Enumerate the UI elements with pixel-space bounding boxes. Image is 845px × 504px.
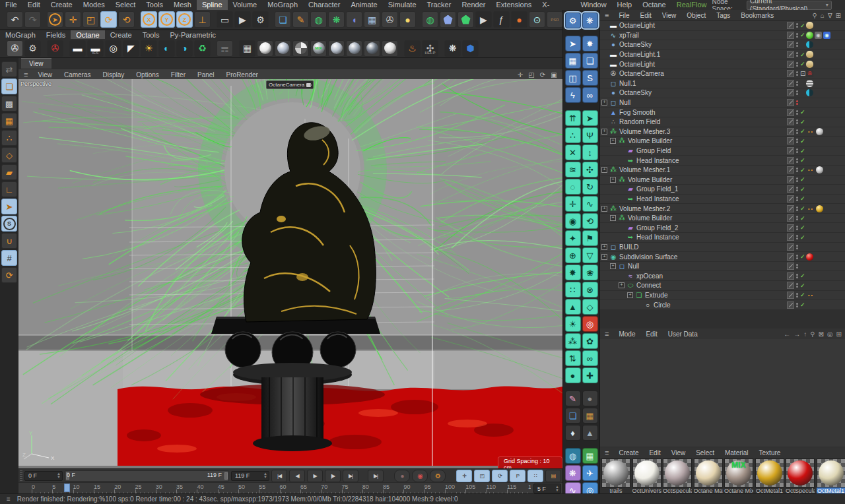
enabled-check-icon[interactable]: ✓ xyxy=(800,195,805,202)
object-row[interactable]: ▬OctaneLight.1✓ xyxy=(600,50,845,60)
attribute-manager-tool-icon[interactable]: ⊞ xyxy=(836,331,842,338)
xp-action-peak-icon[interactable]: ▲ xyxy=(565,299,581,315)
enabled-check-icon[interactable]: ✓ xyxy=(800,215,805,222)
enabled-check-icon[interactable]: ✓ xyxy=(800,253,805,260)
autokeying-button[interactable]: ◉ xyxy=(412,470,428,482)
viewport-menu-cameras[interactable]: Cameras xyxy=(58,70,97,80)
expand-toggle-icon[interactable]: + xyxy=(601,244,607,250)
object-row[interactable]: +⁂Volume Mesher.2✓• • xyxy=(600,204,845,214)
octane-helper-icon[interactable]: ✣HELP xyxy=(422,40,438,57)
key-pla-toggle[interactable]: ∷ xyxy=(527,470,543,482)
object-manager-tool-icon[interactable]: ∇ xyxy=(828,12,832,19)
menu-item-edit[interactable]: Edit xyxy=(22,0,46,10)
visibility-dots[interactable] xyxy=(796,293,798,298)
material-item[interactable]: OctSpecula xyxy=(663,458,692,495)
lock-workplane-icon[interactable]: # xyxy=(1,250,17,266)
xp-dynamics-icon[interactable]: ϟ xyxy=(565,87,581,103)
tag-matgrey[interactable] xyxy=(816,128,823,135)
deformer-icon[interactable]: ◖ xyxy=(346,11,362,28)
xp-system-icon[interactable]: ⚙ xyxy=(565,13,581,28)
object-manager-menu-icon[interactable]: ≡ xyxy=(600,11,613,19)
play-button[interactable]: ▶ xyxy=(307,470,323,482)
visibility-dots[interactable] xyxy=(796,158,798,163)
octane-blackbody-material-icon[interactable] xyxy=(382,40,398,57)
xp-action-grid2-icon[interactable]: ∷ xyxy=(565,282,581,298)
render-picture-viewer-icon[interactable]: ▶ xyxy=(234,11,251,28)
expand-toggle-icon[interactable]: + xyxy=(601,167,607,173)
object-row[interactable]: +⁂Volume Builder✓ xyxy=(600,214,845,224)
xp-action-spawn-icon[interactable]: ∴ xyxy=(565,127,581,143)
material-manager-menu-texture[interactable]: Texture xyxy=(754,448,786,458)
tag-odots[interactable]: • • xyxy=(806,166,815,173)
object-row[interactable]: +⁂Volume Builder✓ xyxy=(600,137,845,146)
rf-disc-icon[interactable]: ◍ xyxy=(565,448,581,464)
menu-item-x-particles[interactable]: X-Particles xyxy=(537,0,575,10)
key-scale-toggle[interactable]: ◰ xyxy=(474,470,490,482)
xp-action-bloom-icon[interactable]: ❀ xyxy=(582,265,598,280)
drag-handle[interactable] xyxy=(20,470,22,481)
tag-camred[interactable]: ✇ xyxy=(806,70,813,77)
material-manager-menu-material[interactable]: Material xyxy=(720,448,754,458)
object-row[interactable]: ▬OctaneLight✓ xyxy=(600,21,845,31)
menu-item-simulate[interactable]: Simulate xyxy=(383,0,422,10)
enabled-check-icon[interactable]: ✓ xyxy=(800,61,805,67)
edit-toggle[interactable] xyxy=(787,282,794,289)
quantize-icon[interactable]: S xyxy=(1,216,17,232)
edit-toggle[interactable] xyxy=(787,224,794,232)
enabled-check-icon[interactable]: ✓ xyxy=(800,292,805,298)
tag-matgold[interactable] xyxy=(816,205,823,212)
octane-ocwik-icon[interactable]: ⬢ xyxy=(462,40,479,57)
keying-settings-button[interactable]: ⚙ xyxy=(430,470,446,482)
tag-xpblue[interactable]: ◉ xyxy=(823,32,830,39)
menu-item-spline[interactable]: Spline xyxy=(197,0,228,10)
visibility-dots[interactable] xyxy=(796,33,798,38)
xp-action-funnel-icon[interactable]: ▽ xyxy=(582,247,598,263)
workplane-rotate-icon[interactable]: ⟳ xyxy=(1,267,17,283)
octane-metallic-material-icon[interactable] xyxy=(328,40,345,57)
camera-icon[interactable]: ✇ xyxy=(382,11,398,28)
edit-toggle[interactable] xyxy=(787,157,794,164)
tag-light[interactable] xyxy=(806,22,813,29)
xp-action-gem-icon[interactable]: ◇ xyxy=(582,299,598,315)
edit-toggle[interactable] xyxy=(787,272,794,280)
edit-toggle[interactable] xyxy=(787,301,794,309)
octane-mix-material-icon[interactable]: MIX xyxy=(310,40,327,57)
scale-icon[interactable]: ◰ xyxy=(83,11,99,28)
visibility-dots[interactable] xyxy=(796,264,798,268)
object-row[interactable]: ▲Fog Smooth✓ xyxy=(600,108,845,117)
octane-scatter-tool-icon[interactable]: ❋ xyxy=(444,40,461,57)
end-frame-field[interactable]: 119 F▲▼ xyxy=(231,471,269,481)
selection-box-icon[interactable]: ⊡ xyxy=(800,70,805,77)
xp-action-rotator-icon[interactable]: ✣ xyxy=(582,162,598,177)
floor-environment-icon[interactable]: ▦ xyxy=(364,11,380,28)
object-row[interactable]: ▰Group Field✓ xyxy=(600,146,845,156)
attribute-manager-menu-mode[interactable]: Mode xyxy=(613,329,640,339)
visibility-dots[interactable] xyxy=(796,303,798,307)
polygons-mode-icon[interactable]: ▰ xyxy=(1,164,17,180)
xp-fluid-icon[interactable]: ♦ xyxy=(565,425,581,441)
visibility-dots[interactable] xyxy=(796,62,798,67)
viewport-menu-view[interactable]: View xyxy=(32,70,58,80)
edit-toggle[interactable] xyxy=(787,214,794,222)
menu-item-mesh[interactable]: Mesh xyxy=(168,0,197,10)
xp-explode-icon[interactable]: ✸ xyxy=(582,36,598,51)
xp-action-follow-icon[interactable]: ∿ xyxy=(582,196,598,212)
object-row[interactable]: +◻BUILD xyxy=(600,243,845,253)
object-row[interactable]: +◻Null xyxy=(600,98,845,108)
enabled-check-icon[interactable]: ✓ xyxy=(800,109,805,115)
edit-toggle[interactable] xyxy=(787,22,794,29)
xp-action-cross-icon[interactable]: ⊗ xyxy=(582,282,598,298)
object-row[interactable]: ➥Head Instance✓ xyxy=(600,156,845,166)
object-row[interactable]: ●OctaneSky xyxy=(600,88,845,98)
visibility-dots[interactable] xyxy=(796,235,798,239)
light-icon[interactable]: ● xyxy=(399,11,416,28)
octane-specular-material-icon[interactable] xyxy=(292,40,309,57)
edit-toggle[interactable] xyxy=(787,70,794,77)
expand-toggle-icon[interactable]: + xyxy=(601,129,607,135)
object-row[interactable]: +◉Subdivision Surface✓ xyxy=(600,252,845,262)
rf-grid-icon[interactable]: ▦ xyxy=(582,448,598,464)
enabled-check-icon[interactable]: ✓ xyxy=(800,234,805,241)
viewport-menu-icon[interactable]: ≡ xyxy=(18,71,32,79)
viewport-menu-filter[interactable]: Filter xyxy=(165,70,191,80)
enabled-check-icon[interactable]: ✓ xyxy=(800,119,805,125)
